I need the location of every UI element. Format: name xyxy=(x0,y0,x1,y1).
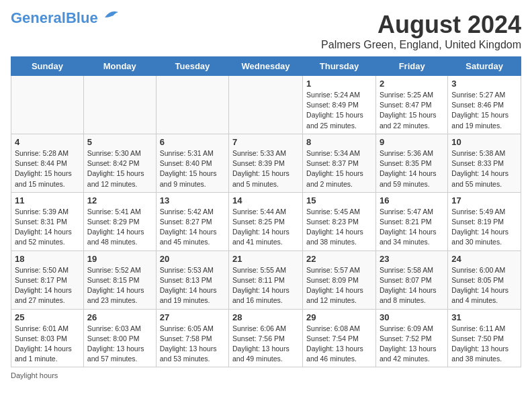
calendar-day-header: Friday xyxy=(375,57,447,76)
day-number: 3 xyxy=(451,79,517,89)
calendar-table: SundayMondayTuesdayWednesdayThursdayFrid… xyxy=(11,56,521,367)
calendar-day-cell: 15Sunrise: 5:45 AM Sunset: 8:23 PM Dayli… xyxy=(303,192,376,250)
day-info: Sunrise: 6:00 AM Sunset: 8:05 PM Dayligh… xyxy=(451,265,517,306)
calendar-day-cell xyxy=(11,76,84,134)
day-number: 19 xyxy=(87,254,152,264)
calendar-day-cell: 31Sunrise: 6:11 AM Sunset: 7:50 PM Dayli… xyxy=(448,309,521,367)
day-number: 10 xyxy=(451,137,517,147)
calendar-day-cell: 14Sunrise: 5:44 AM Sunset: 8:25 PM Dayli… xyxy=(229,192,303,250)
calendar-day-header: Saturday xyxy=(448,57,521,76)
calendar-day-cell: 26Sunrise: 6:03 AM Sunset: 8:00 PM Dayli… xyxy=(83,309,156,367)
calendar-week-row: 1Sunrise: 5:24 AM Sunset: 8:49 PM Daylig… xyxy=(11,76,521,134)
calendar-day-cell: 22Sunrise: 5:57 AM Sunset: 8:09 PM Dayli… xyxy=(303,250,376,309)
day-number: 14 xyxy=(232,195,299,205)
day-number: 22 xyxy=(306,254,372,264)
day-info: Sunrise: 5:52 AM Sunset: 8:15 PM Dayligh… xyxy=(87,265,152,306)
calendar-day-header: Tuesday xyxy=(156,57,228,76)
day-info: Sunrise: 6:01 AM Sunset: 8:03 PM Dayligh… xyxy=(15,324,80,365)
calendar-day-cell: 7Sunrise: 5:33 AM Sunset: 8:39 PM Daylig… xyxy=(229,134,303,192)
day-info: Sunrise: 6:03 AM Sunset: 8:00 PM Dayligh… xyxy=(87,324,152,365)
day-info: Sunrise: 5:33 AM Sunset: 8:39 PM Dayligh… xyxy=(232,148,299,189)
day-number: 25 xyxy=(15,312,80,322)
day-number: 23 xyxy=(380,254,444,264)
day-number: 21 xyxy=(232,254,299,264)
day-number: 24 xyxy=(451,254,517,264)
day-number: 11 xyxy=(15,195,80,205)
calendar-day-cell: 8Sunrise: 5:34 AM Sunset: 8:37 PM Daylig… xyxy=(303,134,376,192)
calendar-day-cell: 17Sunrise: 5:49 AM Sunset: 8:19 PM Dayli… xyxy=(448,192,521,250)
calendar-day-header: Monday xyxy=(83,57,156,76)
day-info: Sunrise: 5:49 AM Sunset: 8:19 PM Dayligh… xyxy=(451,207,517,248)
calendar-header-row: SundayMondayTuesdayWednesdayThursdayFrid… xyxy=(11,57,521,76)
day-number: 5 xyxy=(87,137,152,147)
day-info: Sunrise: 6:09 AM Sunset: 7:52 PM Dayligh… xyxy=(380,324,444,365)
day-number: 26 xyxy=(87,312,152,322)
day-number: 20 xyxy=(160,254,225,264)
calendar-day-cell: 20Sunrise: 5:53 AM Sunset: 8:13 PM Dayli… xyxy=(156,250,228,309)
calendar-day-cell xyxy=(229,76,303,134)
day-number: 8 xyxy=(306,137,372,147)
calendar-day-cell: 11Sunrise: 5:39 AM Sunset: 8:31 PM Dayli… xyxy=(11,192,84,250)
logo-text: GeneralBlue xyxy=(11,11,98,26)
calendar-day-cell xyxy=(83,76,156,134)
day-info: Sunrise: 6:06 AM Sunset: 7:56 PM Dayligh… xyxy=(232,324,299,365)
calendar-day-cell: 19Sunrise: 5:52 AM Sunset: 8:15 PM Dayli… xyxy=(83,250,156,309)
main-title: August 2024 xyxy=(321,11,521,39)
calendar-day-header: Thursday xyxy=(303,57,376,76)
day-info: Sunrise: 5:57 AM Sunset: 8:09 PM Dayligh… xyxy=(306,265,372,306)
calendar-day-cell: 6Sunrise: 5:31 AM Sunset: 8:40 PM Daylig… xyxy=(156,134,228,192)
day-number: 18 xyxy=(15,254,80,264)
calendar-day-header: Sunday xyxy=(11,57,84,76)
day-number: 1 xyxy=(306,79,372,89)
day-number: 27 xyxy=(160,312,225,322)
calendar-day-cell: 24Sunrise: 6:00 AM Sunset: 8:05 PM Dayli… xyxy=(448,250,521,309)
page-header: GeneralBlue August 2024 Palmers Green, E… xyxy=(11,11,521,51)
calendar-day-cell: 4Sunrise: 5:28 AM Sunset: 8:44 PM Daylig… xyxy=(11,134,84,192)
day-info: Sunrise: 6:05 AM Sunset: 7:58 PM Dayligh… xyxy=(160,324,225,365)
day-number: 29 xyxy=(306,312,372,322)
day-info: Sunrise: 6:08 AM Sunset: 7:54 PM Dayligh… xyxy=(306,324,372,365)
calendar-week-row: 11Sunrise: 5:39 AM Sunset: 8:31 PM Dayli… xyxy=(11,192,521,250)
calendar-day-cell: 3Sunrise: 5:27 AM Sunset: 8:46 PM Daylig… xyxy=(448,76,521,134)
calendar-day-cell xyxy=(156,76,228,134)
day-info: Sunrise: 5:31 AM Sunset: 8:40 PM Dayligh… xyxy=(160,148,225,189)
day-info: Sunrise: 5:25 AM Sunset: 8:47 PM Dayligh… xyxy=(380,90,444,131)
day-number: 9 xyxy=(380,137,444,147)
day-info: Sunrise: 5:47 AM Sunset: 8:21 PM Dayligh… xyxy=(380,207,444,248)
day-info: Sunrise: 5:27 AM Sunset: 8:46 PM Dayligh… xyxy=(451,90,517,131)
day-info: Sunrise: 5:42 AM Sunset: 8:27 PM Dayligh… xyxy=(160,207,225,248)
subtitle: Palmers Green, England, United Kingdom xyxy=(321,39,521,51)
day-info: Sunrise: 6:11 AM Sunset: 7:50 PM Dayligh… xyxy=(451,324,517,365)
footer-note: Daylight hours xyxy=(11,371,521,379)
calendar-day-cell: 21Sunrise: 5:55 AM Sunset: 8:11 PM Dayli… xyxy=(229,250,303,309)
calendar-week-row: 25Sunrise: 6:01 AM Sunset: 8:03 PM Dayli… xyxy=(11,309,521,367)
calendar-day-cell: 10Sunrise: 5:38 AM Sunset: 8:33 PM Dayli… xyxy=(448,134,521,192)
day-info: Sunrise: 5:24 AM Sunset: 8:49 PM Dayligh… xyxy=(306,90,372,131)
calendar-day-cell: 9Sunrise: 5:36 AM Sunset: 8:35 PM Daylig… xyxy=(375,134,447,192)
day-number: 4 xyxy=(15,137,80,147)
day-number: 30 xyxy=(380,312,444,322)
day-info: Sunrise: 5:58 AM Sunset: 8:07 PM Dayligh… xyxy=(380,265,444,306)
day-number: 17 xyxy=(451,195,517,205)
day-info: Sunrise: 5:55 AM Sunset: 8:11 PM Dayligh… xyxy=(232,265,299,306)
day-number: 6 xyxy=(160,137,225,147)
calendar-day-cell: 29Sunrise: 6:08 AM Sunset: 7:54 PM Dayli… xyxy=(303,309,376,367)
day-info: Sunrise: 5:28 AM Sunset: 8:44 PM Dayligh… xyxy=(15,148,80,189)
calendar-week-row: 18Sunrise: 5:50 AM Sunset: 8:17 PM Dayli… xyxy=(11,250,521,309)
calendar-day-cell: 18Sunrise: 5:50 AM Sunset: 8:17 PM Dayli… xyxy=(11,250,84,309)
calendar-day-header: Wednesday xyxy=(229,57,303,76)
calendar-day-cell: 5Sunrise: 5:30 AM Sunset: 8:42 PM Daylig… xyxy=(83,134,156,192)
calendar-week-row: 4Sunrise: 5:28 AM Sunset: 8:44 PM Daylig… xyxy=(11,134,521,192)
day-number: 13 xyxy=(160,195,225,205)
calendar-day-cell: 27Sunrise: 6:05 AM Sunset: 7:58 PM Dayli… xyxy=(156,309,228,367)
calendar-day-cell: 25Sunrise: 6:01 AM Sunset: 8:03 PM Dayli… xyxy=(11,309,84,367)
day-info: Sunrise: 5:36 AM Sunset: 8:35 PM Dayligh… xyxy=(380,148,444,189)
day-info: Sunrise: 5:53 AM Sunset: 8:13 PM Dayligh… xyxy=(160,265,225,306)
day-number: 16 xyxy=(380,195,444,205)
day-info: Sunrise: 5:44 AM Sunset: 8:25 PM Dayligh… xyxy=(232,207,299,248)
day-number: 15 xyxy=(306,195,372,205)
day-info: Sunrise: 5:39 AM Sunset: 8:31 PM Dayligh… xyxy=(15,207,80,248)
logo: GeneralBlue xyxy=(11,11,121,26)
day-info: Sunrise: 5:38 AM Sunset: 8:33 PM Dayligh… xyxy=(451,148,517,189)
calendar-day-cell: 28Sunrise: 6:06 AM Sunset: 7:56 PM Dayli… xyxy=(229,309,303,367)
